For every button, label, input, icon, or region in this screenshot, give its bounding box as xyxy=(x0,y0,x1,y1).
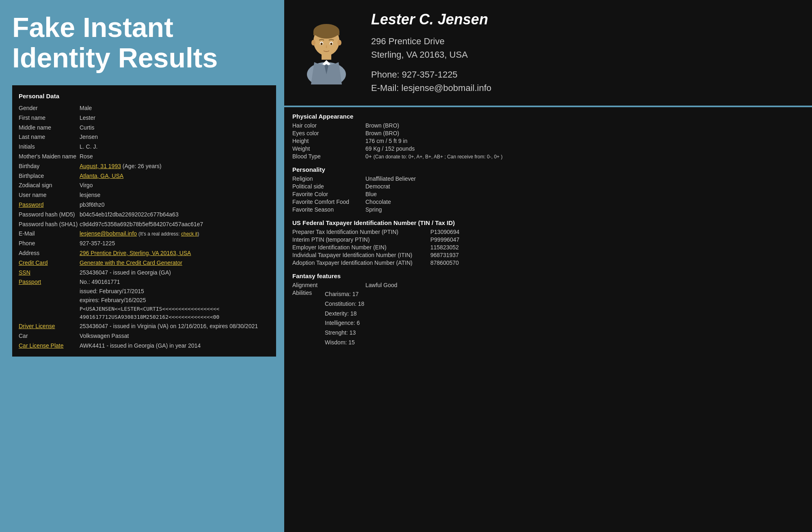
ability-constitution: Constitution: 18 xyxy=(325,299,364,309)
value-address: 296 Prentice Drive, Sterling, VA 20163, … xyxy=(80,249,270,258)
ptin-label: Preparer Tax Identification Number (PTIN… xyxy=(292,229,430,235)
profile-contact: Phone: 927-357-1225 E-Mail: lesjense@bob… xyxy=(371,68,802,95)
label-plate: Car License Plate xyxy=(19,341,80,351)
svg-point-7 xyxy=(311,40,315,45)
row-phone: Phone 927-357-1225 xyxy=(19,239,270,249)
value-passport: No.: 490161771 issued: February/17/2015 … xyxy=(80,277,270,322)
itin-label: Individual Taxpayer Identification Numbe… xyxy=(292,252,430,258)
fav-color-val: Blue xyxy=(365,191,804,197)
alignment-val: Lawful Good xyxy=(365,282,804,288)
value-cc: Generate with the Credit Card Generator xyxy=(80,258,270,268)
personal-data-title: Personal Data xyxy=(19,91,270,102)
value-birthplace: Atlanta, GA, USA xyxy=(80,171,270,181)
label-maiden: Mother's Maiden name xyxy=(19,152,80,162)
passport-no: No.: 490161771 xyxy=(80,277,270,286)
label-md5: Password hash (MD5) xyxy=(19,210,80,220)
check-it-link[interactable]: check it xyxy=(181,231,198,237)
fav-color-label: Favorite Color xyxy=(292,191,365,197)
birthplace-link[interactable]: Atlanta, GA, USA xyxy=(80,173,123,179)
personal-data-box: Personal Data Gender Male First name Les… xyxy=(12,85,276,357)
passport-link[interactable]: Passport xyxy=(19,279,41,285)
value-email: lesjense@bobmail.info (It's a real addre… xyxy=(80,229,270,239)
ability-intelligence: Intelligence: 6 xyxy=(325,318,364,328)
row-driver-license: Driver License 253436047 - issued in Vir… xyxy=(19,322,270,331)
svg-point-12 xyxy=(330,43,333,45)
value-car: Volkswagen Passat xyxy=(80,331,270,341)
abilities-block: Abilities Charisma: 17 Constitution: 18 … xyxy=(292,290,804,348)
profile-email: E-Mail: lesjense@bobmail.info xyxy=(371,83,491,93)
value-password: pb3f6thz0 xyxy=(80,200,270,210)
label-zodiac: Zodiacal sign xyxy=(19,181,80,190)
svg-point-11 xyxy=(321,43,323,45)
abilities-values: Charisma: 17 Constitution: 18 Dexterity:… xyxy=(325,290,364,348)
itin-val: 968731937 xyxy=(430,252,804,258)
section-physical: Physical Appearance Hair color Brown (BR… xyxy=(292,113,804,160)
row-zodiac: Zodiacal sign Virgo xyxy=(19,181,270,190)
section-tin: US Federal Taxpayer Identification Numbe… xyxy=(292,219,804,266)
physical-eyes-label: Eyes color xyxy=(292,130,365,136)
value-firstname: Lester xyxy=(80,113,270,123)
abilities-label: Abilities xyxy=(292,290,325,348)
left-panel: Fake Instant Identity Results Personal D… xyxy=(0,0,284,532)
physical-grid: Hair color Brown (BRO) Eyes color Brown … xyxy=(292,122,804,160)
profile-name: Lester C. Jensen xyxy=(371,11,802,28)
license-plate-link[interactable]: Car License Plate xyxy=(19,342,64,349)
main-layout: Fake Instant Identity Results Personal D… xyxy=(0,0,812,532)
page-title: Fake Instant Identity Results xyxy=(12,12,276,73)
label-phone: Phone xyxy=(19,239,80,249)
atin-label: Adoption Taxpayer Identification Number … xyxy=(292,260,430,266)
fav-season-val: Spring xyxy=(365,206,804,213)
birthday-link[interactable]: August, 31 1993 xyxy=(80,163,121,169)
tin-title: US Federal Taxpayer Identification Numbe… xyxy=(292,219,804,226)
physical-hair-val: Brown (BRO) xyxy=(365,122,804,129)
passport-mrz2: 4901617712USA9308318M2502162<<<<<<<<<<<<… xyxy=(80,313,270,322)
ssn-link[interactable]: SSN xyxy=(19,269,30,276)
value-driver-license: 253436047 - issued in Virginia (VA) on 1… xyxy=(80,322,270,331)
physical-height-val: 176 cm / 5 ft 9 in xyxy=(365,138,804,144)
label-cc: Credit Card xyxy=(19,258,80,268)
label-middlename: Middle name xyxy=(19,123,80,133)
label-ssn: SSN xyxy=(19,268,80,278)
passport-expires: expires: February/16/2025 xyxy=(80,296,270,305)
label-car: Car xyxy=(19,331,80,341)
row-gender: Gender Male xyxy=(19,104,270,113)
value-initials: L. C. J. xyxy=(80,142,270,152)
row-address: Address 296 Prentice Drive, Sterling, VA… xyxy=(19,249,270,258)
fav-food-val: Chocolate xyxy=(365,199,804,205)
ptin-val: P13090694 xyxy=(430,229,804,235)
right-panel: Lester C. Jensen 296 Prentice Drive Ster… xyxy=(284,0,812,532)
value-sha1: c9d4d97c5358a692b78b5ef584207c457aac61e7 xyxy=(80,220,270,229)
label-driver-license: Driver License xyxy=(19,322,80,331)
svg-rect-3 xyxy=(322,53,331,60)
political-val: Democrat xyxy=(365,183,804,190)
physical-blood-val: 0+ (Can donate to: 0+, A+, B+, AB+ ; Can… xyxy=(365,153,804,160)
driver-license-link[interactable]: Driver License xyxy=(19,323,55,329)
atin-val: 878600570 xyxy=(430,260,804,266)
credit-card-link[interactable]: Credit Card xyxy=(19,260,48,266)
row-car: Car Volkswagen Passat xyxy=(19,331,270,341)
cc-generator-link[interactable]: Generate with the Credit Card Generator xyxy=(80,260,182,266)
religion-label: Religion xyxy=(292,175,365,182)
password-link[interactable]: Password xyxy=(19,201,43,208)
label-password: Password xyxy=(19,200,80,210)
label-birthplace: Birthplace xyxy=(19,171,80,181)
row-birthplace: Birthplace Atlanta, GA, USA xyxy=(19,171,270,181)
label-username: User name xyxy=(19,190,80,200)
label-firstname: First name xyxy=(19,113,80,123)
profile-address2: Sterling, VA 20163, USA xyxy=(371,50,468,60)
profile-address: 296 Prentice Drive Sterling, VA 20163, U… xyxy=(371,35,802,61)
interim-ptin-val: P99996047 xyxy=(430,236,804,243)
value-zodiac: Virgo xyxy=(80,181,270,190)
address-link[interactable]: 296 Prentice Drive, Sterling, VA 20163, … xyxy=(80,250,191,256)
personality-title: Personality xyxy=(292,166,804,173)
row-firstname: First name Lester xyxy=(19,113,270,123)
row-cc: Credit Card Generate with the Credit Car… xyxy=(19,258,270,268)
value-gender: Male xyxy=(80,104,270,113)
row-maiden: Mother's Maiden name Rose xyxy=(19,152,270,162)
avatar-area xyxy=(294,22,359,84)
label-passport: Passport xyxy=(19,277,80,322)
fantasy-title: Fantasy features xyxy=(292,272,804,279)
row-passport: Passport No.: 490161771 issued: February… xyxy=(19,277,270,322)
label-email: E-Mail xyxy=(19,229,80,239)
email-link[interactable]: lesjense@bobmail.info xyxy=(80,230,137,237)
